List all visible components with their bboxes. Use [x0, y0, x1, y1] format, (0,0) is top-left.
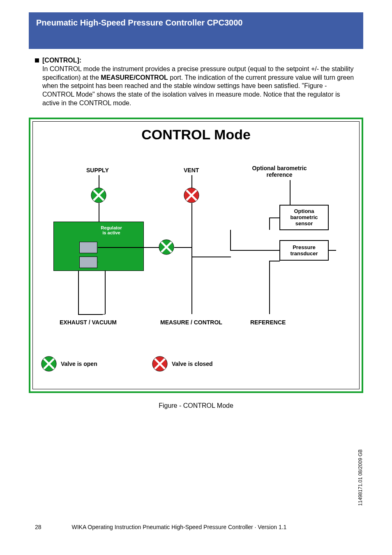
measure-valve-icon	[159, 239, 174, 255]
legend-open: Valve is open	[41, 356, 97, 372]
vent-valve-icon	[184, 187, 199, 203]
line	[78, 271, 79, 314]
vent-label: VENT	[184, 167, 199, 173]
header-spacer	[29, 33, 363, 49]
line	[230, 230, 231, 250]
baro-sensor-label: Optiona barometric sensor	[284, 208, 325, 227]
valve-open-icon	[41, 356, 57, 372]
control-section: [CONTROL]: In CONTROL mode the instrumen…	[35, 56, 357, 108]
line	[191, 175, 192, 188]
line	[174, 247, 192, 248]
reference-label: REFERENCE	[250, 319, 286, 326]
regulator-block	[79, 257, 97, 268]
baro-sensor-box: Optiona barometric sensor	[279, 205, 329, 230]
pressure-transducer-box: Pressure transducer	[279, 240, 329, 261]
line	[98, 262, 98, 262]
figure-caption: Figure - CONTROL Mode	[0, 402, 392, 409]
regulator-box: Regulator is active	[53, 222, 144, 271]
line	[290, 180, 291, 206]
page-header: Pneumatic High-Speed Pressure Controller…	[29, 12, 363, 33]
bullet-icon	[35, 58, 39, 62]
body-content: [CONTROL]: In CONTROL mode the instrumen…	[35, 56, 357, 108]
bullet-label: [CONTROL]:	[42, 57, 81, 64]
legend-closed: Valve is closed	[152, 356, 213, 372]
bullet-text: [CONTROL]: In CONTROL mode the instrumen…	[42, 56, 357, 108]
line	[269, 261, 270, 314]
diagram-inner: CONTROL Mode SUPPLY VENT Optional barome…	[32, 121, 360, 389]
line	[105, 271, 106, 314]
line	[269, 261, 280, 261]
measure-control-label: MEASURE / CONTROL	[160, 319, 222, 326]
line	[191, 257, 192, 314]
line	[230, 250, 279, 251]
page-number: 28	[35, 524, 42, 530]
diagram: CONTROL Mode SUPPLY VENT Optional barome…	[29, 118, 363, 393]
side-doc-id: 11498171.01 08/2009 GB	[357, 449, 363, 506]
regulator-label: Regulator is active	[97, 225, 126, 235]
legend-open-label: Valve is open	[61, 361, 97, 367]
line	[98, 247, 144, 248]
exhaust-label: EXHAUST / VACUUM	[60, 319, 117, 326]
valve-closed-icon	[152, 356, 168, 372]
footer: 28 WIKA Operating Instruction Pneumatic …	[35, 524, 363, 530]
line	[99, 175, 99, 188]
para-bold: MEASURE/CONTROL	[101, 74, 168, 81]
header-title: Pneumatic High-Speed Pressure Controller…	[36, 18, 242, 27]
supply-label: SUPPLY	[86, 167, 109, 173]
line	[329, 250, 336, 251]
line	[82, 314, 105, 314]
diagram-title: CONTROL Mode	[141, 127, 251, 143]
line	[191, 257, 231, 257]
line	[269, 217, 270, 230]
regulator-block	[79, 242, 97, 253]
line	[144, 247, 160, 248]
pressure-transducer-label: Pressure transducer	[284, 244, 325, 257]
line	[99, 203, 99, 224]
line	[269, 217, 280, 218]
line	[191, 247, 192, 257]
footer-text: WIKA Operating Instruction Pneumatic Hig…	[71, 524, 286, 530]
baro-ref-label: Optional barometric reference	[242, 165, 316, 178]
legend-closed-label: Valve is closed	[172, 361, 213, 367]
supply-valve-icon	[91, 187, 106, 203]
